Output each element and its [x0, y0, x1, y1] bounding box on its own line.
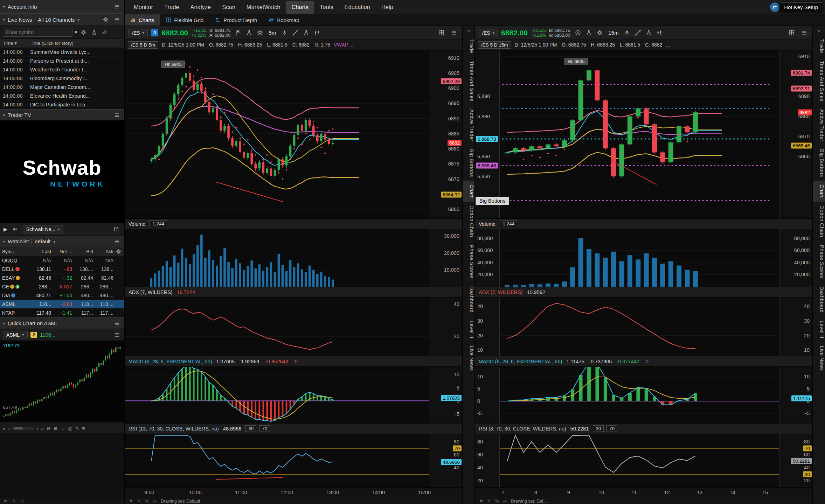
left-volume-axis[interactable]: 30,00020,00010,000 — [429, 229, 462, 287]
candlestick-pattern-icon[interactable] — [312, 28, 322, 37]
right-volume-axis-left[interactable]: 80,00060,00040,00020,000 — [475, 229, 500, 287]
workspace-tab-charts[interactable]: Charts — [125, 14, 160, 26]
right-macd-axis-left[interactable]: 1050-5 — [475, 367, 500, 423]
watchlist-col-1[interactable]: Last — [29, 249, 51, 254]
quote-dollar-icon[interactable]: $ — [573, 28, 583, 37]
menu-item-marketwatch[interactable]: MarketWatch — [241, 1, 286, 14]
settings-gear-icon[interactable] — [255, 28, 265, 37]
gadget-tab-phase-scores[interactable]: Phase Scores — [813, 241, 825, 282]
timeframe-button[interactable]: 5m — [266, 29, 278, 36]
right-macd-axis[interactable]: 1050-51.11475 — [779, 367, 812, 423]
menu-item-charts[interactable]: Charts — [286, 1, 314, 14]
gadget-tab-trade[interactable]: Trade — [813, 35, 825, 57]
channels-dropdown[interactable]: All 10 Channels — [38, 17, 75, 23]
alert-flag-icon[interactable] — [234, 28, 243, 37]
right-adx-plot[interactable] — [500, 298, 779, 356]
workspace-tab-product-depth[interactable]: Product Depth — [209, 14, 263, 26]
gadget-tab-chart[interactable]: Chart — [813, 181, 825, 202]
watchlist-col-2[interactable]: Net ... — [51, 249, 72, 254]
watchlist-col-3[interactable]: Bid — [72, 249, 93, 254]
gadget-tab-option-chain[interactable]: Option Chain — [463, 202, 474, 241]
crosshair-icon[interactable]: ◎ — [68, 426, 72, 431]
right-adx-axis-left[interactable]: 40302010 — [475, 298, 500, 356]
menu-icon[interactable] — [449, 28, 459, 37]
layers-icon[interactable]: ≡ — [82, 426, 85, 431]
microphone-icon[interactable] — [280, 28, 289, 37]
gadget-tab-dashboard[interactable]: Dashboard — [463, 282, 474, 316]
news-row[interactable]: 14:00:00Major Canadian Econom... — [0, 83, 124, 92]
workspace-tab-bookmap[interactable]: Bookmap — [263, 14, 305, 26]
step-left-icon[interactable]: ‹ — [8, 426, 10, 431]
gadget-tab-active-trader[interactable]: Active Trader — [813, 105, 825, 145]
right-rsi-plot[interactable] — [500, 434, 779, 487]
menu-icon[interactable] — [113, 237, 121, 246]
gadget-tab-times-and-sales[interactable]: Times And Sales — [813, 57, 825, 105]
news-col-time[interactable]: Time ▾ — [3, 40, 30, 46]
gadget-tab-dashboard[interactable]: Dashboard — [813, 282, 825, 316]
zoom-in-icon[interactable]: ⊕ — [54, 426, 58, 431]
left-rsi-plot[interactable] — [125, 434, 429, 487]
news-row[interactable]: 14:00:00Bloomberg Commodity I... — [0, 74, 124, 83]
target-icon[interactable]: ◎ — [503, 499, 507, 504]
chart-title-chip[interactable]: /ES 5 D 5m — [128, 41, 158, 49]
menu-icon[interactable] — [113, 15, 121, 24]
symbol-combo[interactable]: /ES▾ — [129, 29, 148, 37]
flag-icon[interactable]: ⚑ — [479, 499, 483, 504]
studies-beaker-icon[interactable] — [244, 28, 254, 37]
watchlist-row[interactable]: NTAP117.40+1.41117...117.... — [0, 309, 124, 317]
right-rsi-axis-left[interactable]: 80604020 — [475, 434, 500, 487]
pan-icon[interactable]: ↔ — [60, 426, 65, 431]
news-row[interactable]: 14:00:00Elevance Health Expand... — [0, 92, 124, 100]
drawing-set-label[interactable]: Drawing set: Default — [161, 499, 200, 504]
right-volume-plot[interactable] — [500, 229, 779, 287]
right-rsi-axis[interactable]: 806040207050.228130 — [779, 434, 812, 487]
popout-icon[interactable] — [112, 225, 120, 233]
gadget-tab-live-news[interactable]: Live News — [463, 342, 474, 374]
grid-layout-icon[interactable] — [437, 28, 446, 37]
gadget-tab-phase-scores[interactable]: Phase Scores — [463, 241, 474, 282]
left-time-axis[interactable]: 9:0010:0011:0012:0013:0014:0015:00 — [125, 487, 462, 498]
quick-chart-plot[interactable]: 1162.73 657.49 — [0, 341, 124, 423]
drawing-set-label[interactable]: Drawing set: Def... — [511, 499, 547, 504]
news-row[interactable]: 14:00:00Parsons to Present at th... — [0, 57, 124, 65]
jump-end-icon[interactable]: » — [41, 426, 44, 431]
left-price-axis[interactable]: 6910690569006895689068856880687568706860… — [429, 50, 462, 218]
menu-item-tools[interactable]: Tools — [314, 1, 339, 14]
gadget-tab-option-chain[interactable]: Option Chain — [813, 202, 825, 241]
link-group-badge[interactable]: 2 — [30, 332, 37, 338]
sync-arrows-icon[interactable]: ⇄ — [770, 2, 779, 12]
studies-flask-icon[interactable] — [301, 28, 311, 37]
symbol-link-badge[interactable]: 3 — [151, 29, 158, 36]
right-price-axis[interactable]: 691068906880687068606901.746893.91688268… — [779, 50, 812, 218]
trader-tv-header[interactable]: ▾ Trader TV — [0, 109, 124, 121]
watchlist-col-4[interactable]: Ask — [93, 249, 113, 254]
gadget-tab-live-news[interactable]: Live News — [813, 342, 825, 374]
settings-gear-icon[interactable] — [595, 28, 604, 37]
flag-icon[interactable]: ⚑ — [129, 499, 133, 504]
watchlist-row[interactable]: DIA480.71+1.64480...480.... — [0, 291, 124, 300]
menu-icon[interactable] — [113, 319, 121, 328]
watchlist-row[interactable]: GE$283...-8.317283...283.... — [0, 282, 124, 291]
gadget-tab-big-buttons[interactable]: Big Buttons — [813, 145, 825, 181]
watchlist-row[interactable]: ASML110...-3.83110...110.... — [0, 300, 124, 309]
symbol-combo[interactable]: /ES▾ — [479, 29, 498, 37]
symbol-search-input[interactable] — [3, 28, 72, 37]
edit-icon[interactable]: ✎ — [137, 499, 141, 504]
gadget-tab-big-buttons[interactable]: Big Buttons — [463, 145, 474, 181]
left-macd-axis[interactable]: 1050-51.07605 — [429, 367, 462, 423]
flag-icon[interactable]: ⚑ — [4, 499, 7, 504]
flask-icon[interactable] — [90, 28, 98, 36]
target-icon[interactable]: ◎ — [153, 499, 157, 504]
studies-beaker-icon[interactable] — [584, 28, 594, 37]
chart-scrollbar[interactable] — [13, 427, 34, 430]
timeframe-button[interactable]: 15m — [606, 29, 621, 36]
left-price-plot[interactable]: Hi: 6905 — [125, 50, 429, 218]
right-time-axis[interactable]: 789101112131415 — [475, 487, 812, 498]
gadget-tab-times-and-sales[interactable]: Times And Sales — [463, 57, 474, 105]
chevron-down-icon[interactable]: ▾ — [75, 29, 77, 35]
menu-item-education[interactable]: Education — [339, 1, 376, 14]
right-volume-axis[interactable]: 80,00060,00040,00020,000 — [779, 229, 812, 287]
menu-icon[interactable] — [113, 331, 121, 339]
tv-channel-dropdown[interactable]: Schwab Ne...▾ — [23, 225, 63, 233]
watchlist-preset-dropdown[interactable]: default — [35, 238, 50, 244]
